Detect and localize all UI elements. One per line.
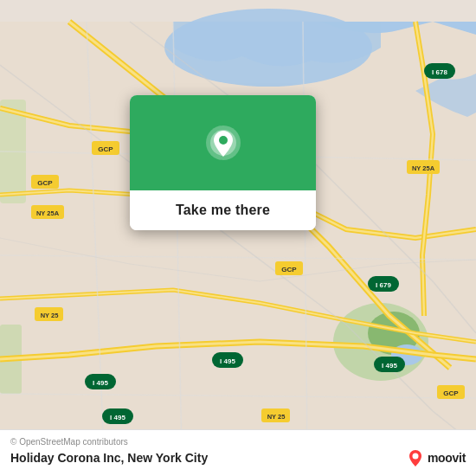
map-container: GCP GCP GCP NY 25A NY 25A NY 25 NY 25 I … — [0, 0, 476, 476]
svg-text:I 495: I 495 — [93, 379, 108, 387]
moovit-logo: moovit — [406, 448, 466, 467]
svg-text:NY 25A: NY 25A — [412, 164, 435, 172]
svg-text:I 495: I 495 — [110, 414, 125, 421]
take-me-there-button[interactable]: Take me there — [130, 190, 316, 230]
svg-text:GCP: GCP — [37, 179, 53, 187]
location-title: Holiday Corona Inc, New York City — [10, 451, 208, 465]
moovit-text: moovit — [428, 451, 466, 465]
svg-text:I 679: I 679 — [376, 281, 391, 289]
svg-text:NY 25: NY 25 — [41, 312, 59, 319]
map-background: GCP GCP GCP NY 25A NY 25A NY 25 NY 25 I … — [0, 0, 476, 476]
bottom-bar: © OpenStreetMap contributors Holiday Cor… — [0, 429, 476, 476]
location-popup: Take me there — [130, 95, 316, 230]
svg-point-38 — [412, 453, 418, 460]
location-title-row: Holiday Corona Inc, New York City moovit — [10, 448, 466, 467]
moovit-pin-icon — [406, 448, 425, 467]
svg-point-37 — [219, 136, 228, 145]
map-attribution: © OpenStreetMap contributors — [10, 437, 466, 447]
svg-text:GCP: GCP — [443, 389, 459, 397]
svg-text:GCP: GCP — [98, 145, 113, 153]
svg-text:I 495: I 495 — [220, 357, 235, 365]
svg-text:NY 25: NY 25 — [267, 413, 286, 421]
popup-header — [130, 95, 316, 190]
location-pin-icon — [204, 124, 242, 162]
svg-text:I 678: I 678 — [432, 68, 447, 76]
svg-text:I 495: I 495 — [382, 362, 397, 370]
svg-text:GCP: GCP — [281, 266, 297, 273]
svg-text:NY 25A: NY 25A — [36, 209, 60, 217]
